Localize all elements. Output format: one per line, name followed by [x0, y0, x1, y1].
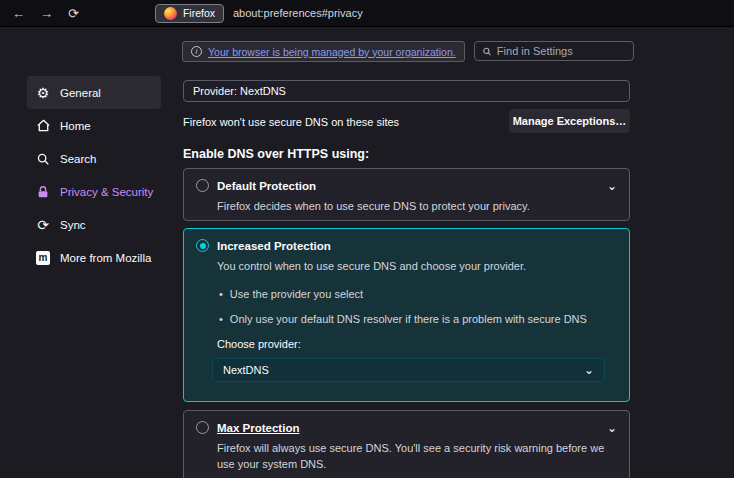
tab-title: Firefox — [183, 7, 215, 19]
list-item: • Use the provider you select — [219, 288, 617, 300]
current-provider-box: Provider: NextDNS — [183, 80, 630, 102]
reload-icon[interactable]: ⟳ — [68, 6, 79, 21]
category-sidebar: ⚙ General Home Search — [27, 76, 161, 274]
manage-exceptions-button[interactable]: Manage Exceptions… — [509, 109, 630, 133]
default-protection-title[interactable]: Default Protection — [217, 180, 316, 192]
max-protection-radio[interactable] — [196, 421, 209, 434]
increased-protection-description: You control when to use secure DNS and c… — [217, 259, 617, 275]
provider-dropdown-value: NextDNS — [223, 364, 269, 376]
back-icon[interactable]: ← — [12, 6, 25, 21]
default-protection-radio[interactable] — [196, 179, 209, 192]
max-protection-title[interactable]: Max Protection — [217, 422, 299, 434]
increased-protection-bullets: • Use the provider you select • Only use… — [219, 288, 617, 325]
sidebar-item-general[interactable]: ⚙ General — [27, 76, 161, 109]
bullet-icon: • — [219, 288, 223, 300]
sidebar-item-search[interactable]: Search — [27, 142, 161, 175]
sidebar-item-label: Search — [60, 153, 96, 165]
provider-dropdown[interactable]: NextDNS ⌄ — [212, 358, 605, 382]
choose-provider-label: Choose provider: — [217, 338, 617, 350]
firefox-logo-icon — [164, 7, 177, 20]
sidebar-item-home[interactable]: Home — [27, 109, 161, 142]
sidebar-item-more-from-mozilla[interactable]: m More from Mozilla — [27, 241, 161, 274]
sidebar-item-label: More from Mozilla — [60, 252, 151, 264]
forward-icon[interactable]: → — [40, 6, 53, 21]
bullet-icon: • — [219, 313, 223, 325]
bullet-text: Only use your default DNS resolver if th… — [230, 313, 587, 325]
chevron-down-icon[interactable]: ⌄ — [607, 424, 617, 432]
nav-buttons: ← → ⟳ — [0, 6, 79, 21]
chevron-down-icon: ⌄ — [584, 366, 594, 374]
list-item: • Only use your default DNS resolver if … — [219, 313, 617, 325]
dns-settings-panel: Provider: NextDNS Firefox won't use secu… — [183, 27, 630, 478]
sync-icon: ⟳ — [35, 217, 51, 233]
increased-protection-radio[interactable] — [196, 239, 209, 252]
exceptions-description: Firefox won't use secure DNS on these si… — [183, 116, 399, 128]
increased-protection-title[interactable]: Increased Protection — [217, 240, 331, 252]
browser-chrome: ← → ⟳ Firefox about:preferences#privacy — [0, 0, 734, 27]
dns-over-https-heading: Enable DNS over HTTPS using: — [183, 147, 369, 161]
sidebar-item-sync[interactable]: ⟳ Sync — [27, 208, 161, 241]
url-bar[interactable]: about:preferences#privacy — [233, 7, 363, 19]
sidebar-item-label: Home — [60, 120, 91, 132]
sidebar-item-label: General — [60, 87, 101, 99]
chevron-down-icon[interactable]: ⌄ — [607, 182, 617, 190]
home-icon — [35, 118, 51, 134]
gear-icon: ⚙ — [35, 85, 51, 101]
option-increased-protection: Increased Protection You control when to… — [183, 228, 630, 402]
preferences-page: i Your browser is being managed by your … — [0, 27, 734, 478]
sidebar-item-privacy-security[interactable]: Privacy & Security — [27, 175, 161, 208]
mozilla-icon: m — [35, 250, 51, 266]
default-protection-description: Firefox decides when to use secure DNS t… — [217, 199, 617, 215]
option-default-protection: Default Protection ⌄ Firefox decides whe… — [183, 168, 630, 221]
option-max-protection: Max Protection ⌄ Firefox will always use… — [183, 410, 630, 478]
search-icon — [35, 151, 51, 167]
bullet-text: Use the provider you select — [230, 288, 363, 300]
max-protection-description: Firefox will always use secure DNS. You'… — [217, 441, 617, 473]
current-provider-text: Provider: NextDNS — [193, 85, 286, 97]
lock-icon — [35, 184, 51, 200]
sidebar-item-label: Privacy & Security — [60, 186, 153, 198]
sidebar-item-label: Sync — [60, 219, 86, 231]
browser-tab[interactable]: Firefox — [155, 4, 224, 23]
